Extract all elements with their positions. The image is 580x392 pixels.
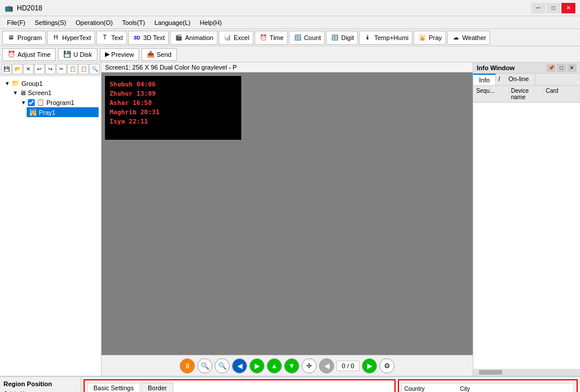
hypertext-button[interactable]: H HyperText bbox=[47, 31, 95, 45]
country-city-section: Country Iran City Teheran Edit Updates bbox=[401, 383, 574, 392]
delete-button[interactable]: ✕ bbox=[23, 64, 34, 74]
playbar: ⏸ 🔍 🔍 ◀ ▶ ▲ ▼ ✛ ◀ 0 / 0 ▶ ⚙ bbox=[102, 355, 473, 376]
temphumi-button[interactable]: 🌡 Temp+Humi bbox=[359, 31, 412, 45]
app-title: 📺 HD2018 bbox=[5, 4, 42, 12]
settings-tabs: Basic Settings Border bbox=[87, 383, 392, 392]
menu-tools[interactable]: Tools(T) bbox=[117, 18, 150, 27]
pause-button[interactable]: ⏸ bbox=[180, 358, 195, 373]
right-settings-panel: Country Iran City Teheran Edit Updates D… bbox=[398, 379, 578, 392]
tree-item-pray1[interactable]: 🕌 Pray1 bbox=[27, 107, 99, 117]
animation-button[interactable]: 🎬 Animation bbox=[170, 31, 217, 45]
digit-button[interactable]: 🔢 Digit bbox=[326, 31, 358, 45]
maximize-button[interactable]: □ bbox=[546, 3, 560, 13]
bottom-panel: Region Position Origin X Origin Y Width … bbox=[0, 376, 580, 392]
copy-button[interactable]: 📋 bbox=[67, 64, 78, 74]
titlebar: 📺 HD2018 ─ □ ✕ bbox=[0, 0, 580, 16]
redo-button[interactable]: ↪ bbox=[45, 64, 56, 74]
info-close-button[interactable]: ✕ bbox=[567, 64, 577, 72]
time-icon: ⏰ bbox=[259, 33, 268, 42]
close-button[interactable]: ✕ bbox=[561, 3, 575, 13]
weather-button[interactable]: ☁ Weather bbox=[447, 31, 490, 45]
settings-panel: Basic Settings Border Imsak Fajr bbox=[84, 379, 396, 392]
city-group: City Teheran bbox=[460, 386, 506, 392]
play-counter: 0 / 0 bbox=[336, 361, 360, 371]
main-area: 💾 📂 ✕ ↩ ↪ ✂ 📋 📋 🔍 ▼ 📁 Group1 ▼ 🖥 Screen1… bbox=[0, 63, 580, 376]
send-button[interactable]: 📤 Send bbox=[142, 48, 177, 61]
back-button[interactable]: ◀ bbox=[319, 358, 334, 373]
app-icon: 📺 bbox=[5, 4, 13, 12]
text-button[interactable]: T Text bbox=[96, 31, 127, 45]
tree-item-program1[interactable]: ▼ 📋 Program1 bbox=[19, 97, 99, 107]
up-button[interactable]: ▲ bbox=[267, 358, 282, 373]
toolbar1: 🖥 Program H HyperText T Text 3D 3D Text … bbox=[0, 29, 580, 46]
down-button[interactable]: ▼ bbox=[284, 358, 299, 373]
info-window-controls: 📌 □ ✕ bbox=[546, 64, 577, 72]
cut-button[interactable]: ✂ bbox=[56, 64, 67, 74]
undo-button[interactable]: ↩ bbox=[34, 64, 45, 74]
menu-operation[interactable]: Operation(O) bbox=[71, 18, 117, 27]
info-float-button[interactable]: □ bbox=[557, 64, 566, 72]
col-device-name: Device name bbox=[509, 87, 544, 101]
program-button[interactable]: 🖥 Program bbox=[2, 31, 46, 45]
paste-button[interactable]: 📋 bbox=[78, 64, 89, 74]
count-button[interactable]: 🔢 Count bbox=[289, 31, 325, 45]
group-icon: 📁 bbox=[12, 79, 20, 87]
canvas-area[interactable]: Shubuh 04:06 Zhuhur 13:09 Ashar 16:58 Ma… bbox=[102, 72, 473, 355]
file-toolbar: 💾 📂 ✕ ↩ ↪ ✂ 📋 📋 🔍 bbox=[0, 63, 101, 76]
menu-help[interactable]: Help(H) bbox=[195, 18, 227, 27]
3dtext-button[interactable]: 3D 3D Text bbox=[128, 31, 169, 45]
screen-info: Screen1: 256 X 96 Dual Color No grayleve… bbox=[105, 64, 237, 71]
zoom-out-button[interactable]: 🔍 bbox=[215, 358, 230, 373]
scrollbar-track[interactable] bbox=[473, 370, 580, 375]
city-label: City bbox=[460, 386, 506, 392]
country-group: Country Iran bbox=[404, 386, 456, 392]
zoom-in-button[interactable]: 🔍 bbox=[197, 358, 212, 373]
tab-info[interactable]: Info bbox=[473, 74, 496, 85]
tab-basic-settings[interactable]: Basic Settings bbox=[87, 383, 140, 392]
window-controls: ─ □ ✕ bbox=[531, 3, 575, 13]
udisk-button[interactable]: 💾 U Disk bbox=[58, 48, 97, 61]
pray-button[interactable]: 🕌 Pray bbox=[414, 31, 446, 45]
led-text-zhuhur: Zhuhur 13:09 bbox=[110, 90, 155, 97]
toolbar2: ⏰ Adjust Time 💾 U Disk ▶ Preview 📤 Send bbox=[0, 46, 580, 63]
col-card: Card bbox=[544, 87, 579, 101]
prev-button[interactable]: ◀ bbox=[232, 358, 247, 373]
region-position-panel: Region Position Origin X Origin Y Width … bbox=[0, 377, 81, 392]
minimize-button[interactable]: ─ bbox=[531, 3, 545, 13]
tab-border[interactable]: Border bbox=[142, 383, 173, 392]
adjusttime-button[interactable]: ⏰ Adjust Time bbox=[2, 48, 56, 61]
menu-settings[interactable]: Settings(S) bbox=[30, 18, 71, 27]
search-button[interactable]: 🔍 bbox=[89, 64, 100, 74]
digit-icon: 🔢 bbox=[330, 33, 339, 42]
tab-online[interactable]: On-line bbox=[502, 74, 535, 85]
led-text-maghrib: Maghrib 20:31 bbox=[110, 108, 160, 116]
right-panel: Info Window 📌 □ ✕ Info / On-line Sequ...… bbox=[473, 63, 580, 376]
preview-button[interactable]: ▶ Preview bbox=[100, 48, 139, 61]
info-pin-button[interactable]: 📌 bbox=[546, 64, 556, 72]
time-button[interactable]: ⏰ Time bbox=[255, 31, 288, 45]
screen-icon: 🖥 bbox=[20, 89, 26, 96]
new-button[interactable]: 💾 bbox=[1, 64, 12, 74]
tree-item-screen1[interactable]: ▼ 🖥 Screen1 bbox=[10, 88, 99, 97]
region-pos-title: Region Position bbox=[3, 380, 77, 387]
menubar: File(F) Settings(S) Operation(O) Tools(T… bbox=[0, 16, 580, 29]
excel-button[interactable]: 📊 Excel bbox=[219, 31, 253, 45]
program1-checkbox[interactable] bbox=[28, 99, 35, 106]
led-text-ashar: Ashar 16:58 bbox=[110, 99, 152, 107]
adjusttime-icon: ⏰ bbox=[8, 50, 16, 58]
next-button[interactable]: ▶ bbox=[249, 358, 264, 373]
info-table-header: Sequ... Device name Card bbox=[473, 86, 580, 103]
play-button[interactable]: ▶ bbox=[362, 358, 377, 373]
info-scrollbar[interactable] bbox=[473, 369, 580, 376]
led-text-isya: Isya 22:11 bbox=[110, 118, 148, 125]
expand-icon: ▼ bbox=[21, 100, 26, 106]
move-button[interactable]: ✛ bbox=[302, 358, 317, 373]
scrollbar-thumb[interactable] bbox=[479, 370, 502, 375]
tree-item-group1[interactable]: ▼ 📁 Group1 bbox=[2, 78, 99, 88]
open-button[interactable]: 📂 bbox=[12, 64, 23, 74]
settings-button[interactable]: ⚙ bbox=[379, 358, 394, 373]
info-content bbox=[473, 103, 580, 369]
menu-file[interactable]: File(F) bbox=[2, 18, 30, 27]
excel-icon: 📊 bbox=[223, 33, 232, 42]
menu-language[interactable]: Language(L) bbox=[150, 18, 195, 27]
